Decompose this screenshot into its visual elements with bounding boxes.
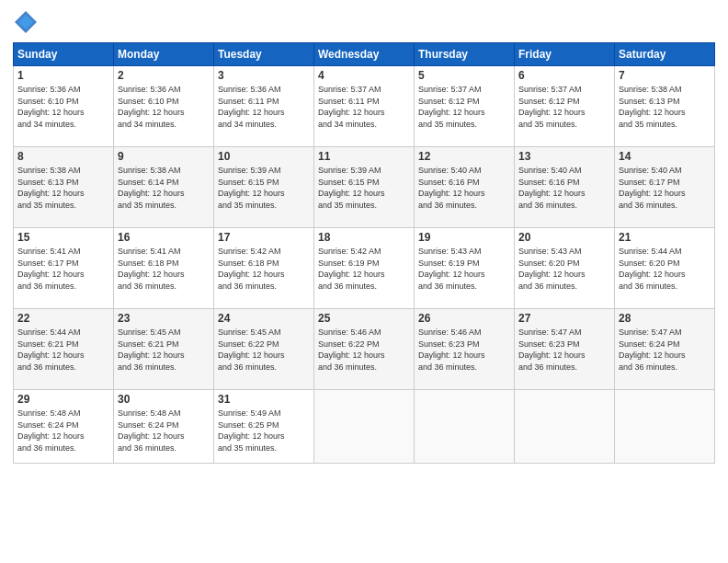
day-info: Sunrise: 5:44 AM Sunset: 6:20 PM Dayligh… [619,246,711,292]
calendar-cell: 24Sunrise: 5:45 AM Sunset: 6:22 PM Dayli… [214,309,314,390]
day-info: Sunrise: 5:38 AM Sunset: 6:13 PM Dayligh… [619,84,711,130]
day-number: 8 [17,150,109,163]
calendar-cell: 4Sunrise: 5:37 AM Sunset: 6:11 PM Daylig… [314,66,415,147]
day-number: 22 [17,312,109,325]
day-number: 4 [318,69,410,82]
day-number: 28 [619,312,711,325]
calendar-cell: 26Sunrise: 5:46 AM Sunset: 6:23 PM Dayli… [415,309,515,390]
day-info: Sunrise: 5:41 AM Sunset: 6:17 PM Dayligh… [17,246,109,292]
calendar-cell: 7Sunrise: 5:38 AM Sunset: 6:13 PM Daylig… [615,66,715,147]
logo [13,9,42,35]
day-number: 13 [518,150,610,163]
calendar-row-5: 29Sunrise: 5:48 AM Sunset: 6:24 PM Dayli… [14,390,715,464]
logo-icon [13,9,39,35]
day-info: Sunrise: 5:49 AM Sunset: 6:25 PM Dayligh… [218,408,310,454]
calendar-cell: 19Sunrise: 5:43 AM Sunset: 6:19 PM Dayli… [415,228,515,309]
day-number: 26 [418,312,510,325]
day-number: 15 [17,231,109,244]
day-number: 23 [118,312,210,325]
day-info: Sunrise: 5:37 AM Sunset: 6:12 PM Dayligh… [418,84,510,130]
day-number: 29 [17,393,109,406]
calendar-cell: 31Sunrise: 5:49 AM Sunset: 6:25 PM Dayli… [214,390,314,464]
col-header-friday: Friday [515,43,615,66]
col-header-sunday: Sunday [14,43,114,66]
calendar-cell: 16Sunrise: 5:41 AM Sunset: 6:18 PM Dayli… [114,228,214,309]
calendar-cell: 25Sunrise: 5:46 AM Sunset: 6:22 PM Dayli… [314,309,415,390]
day-number: 5 [418,69,510,82]
day-number: 3 [218,69,310,82]
day-number: 21 [619,231,711,244]
col-header-saturday: Saturday [615,43,715,66]
day-info: Sunrise: 5:45 AM Sunset: 6:21 PM Dayligh… [118,327,210,373]
calendar-cell [615,390,715,464]
day-info: Sunrise: 5:38 AM Sunset: 6:14 PM Dayligh… [118,165,210,211]
calendar-cell: 8Sunrise: 5:38 AM Sunset: 6:13 PM Daylig… [14,147,114,228]
calendar-cell: 14Sunrise: 5:40 AM Sunset: 6:17 PM Dayli… [615,147,715,228]
calendar-cell: 10Sunrise: 5:39 AM Sunset: 6:15 PM Dayli… [214,147,314,228]
day-info: Sunrise: 5:36 AM Sunset: 6:11 PM Dayligh… [218,84,310,130]
day-number: 9 [118,150,210,163]
col-header-monday: Monday [114,43,214,66]
day-info: Sunrise: 5:48 AM Sunset: 6:24 PM Dayligh… [118,408,210,454]
calendar-cell: 1Sunrise: 5:36 AM Sunset: 6:10 PM Daylig… [14,66,114,147]
calendar-cell: 11Sunrise: 5:39 AM Sunset: 6:15 PM Dayli… [314,147,415,228]
day-info: Sunrise: 5:40 AM Sunset: 6:16 PM Dayligh… [518,165,610,211]
day-info: Sunrise: 5:45 AM Sunset: 6:22 PM Dayligh… [218,327,310,373]
day-number: 20 [518,231,610,244]
day-info: Sunrise: 5:48 AM Sunset: 6:24 PM Dayligh… [17,408,109,454]
calendar-cell: 28Sunrise: 5:47 AM Sunset: 6:24 PM Dayli… [615,309,715,390]
day-info: Sunrise: 5:39 AM Sunset: 6:15 PM Dayligh… [218,165,310,211]
day-info: Sunrise: 5:46 AM Sunset: 6:23 PM Dayligh… [418,327,510,373]
day-info: Sunrise: 5:43 AM Sunset: 6:20 PM Dayligh… [518,246,610,292]
day-info: Sunrise: 5:38 AM Sunset: 6:13 PM Dayligh… [17,165,109,211]
calendar-cell: 15Sunrise: 5:41 AM Sunset: 6:17 PM Dayli… [14,228,114,309]
day-number: 25 [318,312,410,325]
day-number: 14 [619,150,711,163]
day-info: Sunrise: 5:36 AM Sunset: 6:10 PM Dayligh… [17,84,109,130]
day-number: 11 [318,150,410,163]
day-number: 17 [218,231,310,244]
calendar-cell: 27Sunrise: 5:47 AM Sunset: 6:23 PM Dayli… [515,309,615,390]
calendar-cell: 12Sunrise: 5:40 AM Sunset: 6:16 PM Dayli… [415,147,515,228]
calendar-cell [415,390,515,464]
day-number: 1 [17,69,109,82]
day-number: 6 [518,69,610,82]
day-number: 24 [218,312,310,325]
calendar-row-2: 8Sunrise: 5:38 AM Sunset: 6:13 PM Daylig… [14,147,715,228]
day-number: 10 [218,150,310,163]
day-number: 19 [418,231,510,244]
calendar: SundayMondayTuesdayWednesdayThursdayFrid… [13,42,715,464]
day-info: Sunrise: 5:41 AM Sunset: 6:18 PM Dayligh… [118,246,210,292]
day-info: Sunrise: 5:40 AM Sunset: 6:16 PM Dayligh… [418,165,510,211]
day-info: Sunrise: 5:42 AM Sunset: 6:19 PM Dayligh… [318,246,410,292]
day-info: Sunrise: 5:37 AM Sunset: 6:11 PM Dayligh… [318,84,410,130]
calendar-cell: 30Sunrise: 5:48 AM Sunset: 6:24 PM Dayli… [114,390,214,464]
calendar-cell: 22Sunrise: 5:44 AM Sunset: 6:21 PM Dayli… [14,309,114,390]
calendar-cell: 18Sunrise: 5:42 AM Sunset: 6:19 PM Dayli… [314,228,415,309]
day-info: Sunrise: 5:46 AM Sunset: 6:22 PM Dayligh… [318,327,410,373]
day-info: Sunrise: 5:42 AM Sunset: 6:18 PM Dayligh… [218,246,310,292]
calendar-cell: 17Sunrise: 5:42 AM Sunset: 6:18 PM Dayli… [214,228,314,309]
day-number: 27 [518,312,610,325]
calendar-cell [314,390,415,464]
calendar-cell [515,390,615,464]
day-number: 31 [218,393,310,406]
day-info: Sunrise: 5:40 AM Sunset: 6:17 PM Dayligh… [619,165,711,211]
calendar-cell: 21Sunrise: 5:44 AM Sunset: 6:20 PM Dayli… [615,228,715,309]
day-number: 2 [118,69,210,82]
day-number: 18 [318,231,410,244]
page: SundayMondayTuesdayWednesdayThursdayFrid… [0,0,728,563]
calendar-cell: 23Sunrise: 5:45 AM Sunset: 6:21 PM Dayli… [114,309,214,390]
day-number: 16 [118,231,210,244]
day-info: Sunrise: 5:47 AM Sunset: 6:24 PM Dayligh… [619,327,711,373]
day-info: Sunrise: 5:44 AM Sunset: 6:21 PM Dayligh… [17,327,109,373]
calendar-cell: 29Sunrise: 5:48 AM Sunset: 6:24 PM Dayli… [14,390,114,464]
day-info: Sunrise: 5:36 AM Sunset: 6:10 PM Dayligh… [118,84,210,130]
day-info: Sunrise: 5:39 AM Sunset: 6:15 PM Dayligh… [318,165,410,211]
day-info: Sunrise: 5:37 AM Sunset: 6:12 PM Dayligh… [518,84,610,130]
col-header-wednesday: Wednesday [314,43,415,66]
day-number: 12 [418,150,510,163]
calendar-cell: 20Sunrise: 5:43 AM Sunset: 6:20 PM Dayli… [515,228,615,309]
calendar-cell: 9Sunrise: 5:38 AM Sunset: 6:14 PM Daylig… [114,147,214,228]
day-info: Sunrise: 5:43 AM Sunset: 6:19 PM Dayligh… [418,246,510,292]
